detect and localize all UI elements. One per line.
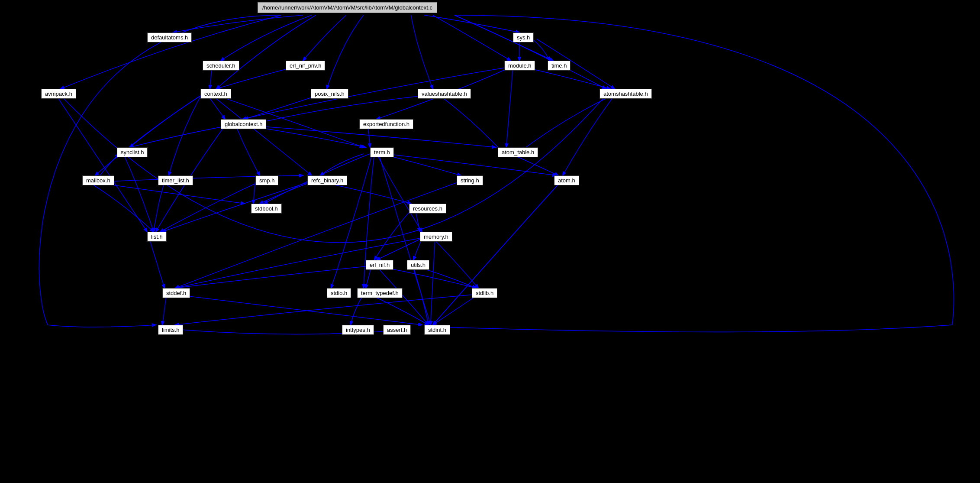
node-stdlib_h[interactable]: stdlib.h	[472, 288, 497, 298]
node-utils_h[interactable]: utils.h	[407, 260, 429, 270]
node-term_typedef_h[interactable]: term_typedef.h	[357, 288, 403, 298]
node-stdio_h[interactable]: stdio.h	[327, 288, 351, 298]
node-time_h[interactable]: time.h	[548, 61, 571, 71]
node-atomshashtable_h[interactable]: atomshashtable.h	[600, 89, 652, 99]
node-mailbox_h[interactable]: mailbox.h	[82, 175, 114, 185]
node-smp_h[interactable]: smp.h	[255, 175, 278, 185]
node-scheduler_h[interactable]: scheduler.h	[203, 61, 239, 71]
node-posix_nifs_h[interactable]: posix_nifs.h	[311, 89, 348, 99]
node-timer_list_h[interactable]: timer_list.h	[158, 175, 193, 185]
node-resources_h[interactable]: resources.h	[409, 204, 446, 214]
node-inttypes_h[interactable]: inttypes.h	[342, 325, 374, 335]
node-memory_h[interactable]: memory.h	[420, 232, 452, 242]
file-title: /home/runner/work/AtomVM/AtomVM/src/libA…	[258, 2, 437, 13]
node-defaultatoms_h[interactable]: defaultatoms.h	[147, 32, 192, 42]
node-stdint_h[interactable]: stdint.h	[424, 325, 450, 335]
node-atom_h[interactable]: atom.h	[554, 175, 579, 185]
node-globalcontext_h[interactable]: globalcontext.h	[221, 119, 266, 129]
node-list_h[interactable]: list.h	[147, 232, 167, 242]
node-erl_nif_priv_h[interactable]: erl_nif_priv.h	[286, 61, 325, 71]
node-exportedfunction_h[interactable]: exportedfunction.h	[359, 119, 413, 129]
node-assert_h[interactable]: assert.h	[383, 325, 411, 335]
node-sys_h[interactable]: sys.h	[513, 32, 534, 42]
node-term_h[interactable]: term.h	[370, 147, 394, 157]
node-avmpack_h[interactable]: avmpack.h	[41, 89, 76, 99]
node-limits_h[interactable]: limits.h	[158, 325, 183, 335]
node-refc_binary_h[interactable]: refc_binary.h	[307, 175, 347, 185]
node-module_h[interactable]: module.h	[504, 61, 535, 71]
node-atom_table_h[interactable]: atom_table.h	[498, 147, 538, 157]
node-string_h[interactable]: string.h	[457, 175, 483, 185]
node-valueshashtable_h[interactable]: valueshashtable.h	[418, 89, 471, 99]
node-stddef_h[interactable]: stddef.h	[162, 288, 190, 298]
node-context_h[interactable]: context.h	[200, 89, 231, 99]
node-erl_nif_h[interactable]: erl_nif.h	[366, 260, 393, 270]
node-synclist_h[interactable]: synclist.h	[117, 147, 148, 157]
node-stdbool_h[interactable]: stdbool.h	[251, 204, 282, 214]
